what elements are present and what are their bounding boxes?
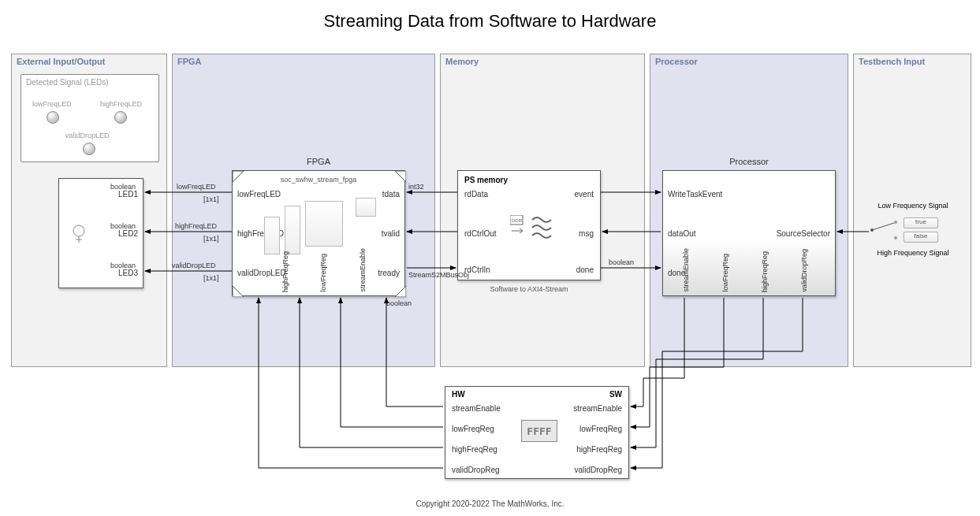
svg-text:int32: int32	[408, 183, 424, 191]
svg-text:boolean: boolean	[609, 258, 634, 266]
svg-text:boolean: boolean	[110, 262, 136, 269]
svg-text:validDropLED: validDropLED	[172, 262, 216, 269]
svg-text:[1x1]: [1x1]	[203, 274, 219, 282]
copyright: Copyright 2020-2022 The MathWorks, Inc.	[0, 499, 980, 508]
svg-text:boolean: boolean	[386, 299, 412, 307]
svg-text:lowFreqLED: lowFreqLED	[177, 183, 216, 191]
svg-text:[1x1]: [1x1]	[203, 195, 219, 203]
page-title: Streaming Data from Software to Hardware	[0, 0, 980, 38]
signal-lines: lowFreqLED [1x1] boolean highFreqLED [1x…	[0, 38, 980, 495]
svg-text:highFreqLED: highFreqLED	[175, 222, 218, 230]
svg-text:boolean: boolean	[110, 183, 136, 191]
svg-text:[1x1]: [1x1]	[203, 235, 219, 243]
svg-text:StreamS2MBusObj: StreamS2MBusObj	[408, 271, 469, 279]
diagram-canvas: External Input/Output FPGA Memory Proces…	[0, 38, 980, 495]
svg-text:boolean: boolean	[110, 222, 136, 230]
